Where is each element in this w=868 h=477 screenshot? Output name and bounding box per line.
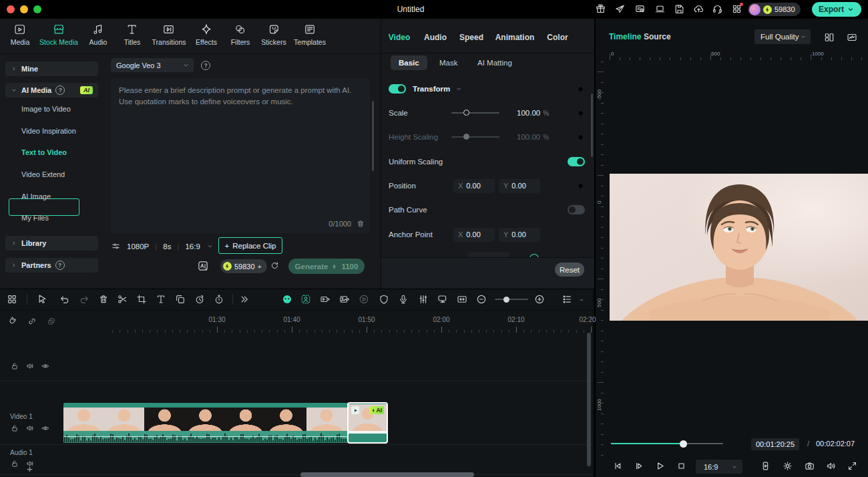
- uniform-scaling-toggle[interactable]: [568, 157, 585, 166]
- aspect-ratio-select[interactable]: 16:9: [696, 460, 742, 474]
- play-segment-icon[interactable]: [359, 294, 370, 305]
- scale-value[interactable]: 100.00: [517, 109, 540, 117]
- replace-clip-button[interactable]: +Replace Clip: [218, 237, 282, 254]
- subtab-ai-matting[interactable]: AI Matting: [477, 59, 512, 67]
- audio-mixer-icon[interactable]: [418, 294, 429, 305]
- lock-icon[interactable]: [10, 459, 19, 468]
- export-clip-icon[interactable]: [320, 294, 331, 305]
- video-clip[interactable]: [63, 403, 387, 443]
- mute-icon[interactable]: [25, 424, 35, 433]
- sidebar-item-video-inspiration[interactable]: Video Inspiration: [21, 127, 76, 135]
- sidebar-group-ai-media[interactable]: AI Media?AI: [5, 83, 98, 98]
- speed-icon[interactable]: [194, 294, 206, 305]
- hide-icon[interactable]: [41, 424, 50, 433]
- sidebar-group-mine[interactable]: Mine: [5, 61, 98, 76]
- timeline-v-scrollbar[interactable]: [587, 333, 591, 466]
- headset-icon[interactable]: [712, 3, 723, 15]
- stop-icon[interactable]: [676, 460, 687, 472]
- avatar[interactable]: [749, 4, 761, 15]
- render-preview-icon[interactable]: [760, 460, 771, 472]
- tab-video[interactable]: Video: [389, 33, 410, 42]
- selected-ai-clip[interactable]: AI: [347, 402, 388, 444]
- sidebar-item-image-to-video[interactable]: Image to Video: [21, 105, 71, 113]
- lock-icon[interactable]: [10, 361, 19, 371]
- model-select[interactable]: Google Veo 3: [111, 58, 194, 72]
- help-icon[interactable]: ?: [201, 61, 210, 70]
- sidebar-item-my-files[interactable]: My Files: [21, 214, 49, 222]
- export-frame-icon[interactable]: [339, 294, 351, 305]
- display-icon[interactable]: [654, 3, 666, 15]
- timeline-ruler[interactable]: 01:30 01:40 01:50 02:00 02:10 02:20: [0, 310, 593, 335]
- sidebar-group-partners[interactable]: Partners?: [5, 258, 98, 273]
- help-icon[interactable]: ?: [55, 86, 65, 95]
- ripple-icon[interactable]: [457, 294, 468, 305]
- generation-settings[interactable]: 1080P| 8s| 16:9: [111, 238, 214, 255]
- sidebar-group-library[interactable]: Library: [5, 236, 98, 251]
- settings-gear-icon[interactable]: [782, 460, 793, 472]
- chevron-down-icon[interactable]: [455, 86, 462, 92]
- duplicate-icon[interactable]: [175, 294, 186, 305]
- toolbox-icon[interactable]: [7, 294, 18, 305]
- zoom-icon[interactable]: [33, 5, 41, 13]
- tab-timeline-preview[interactable]: Timeline: [609, 32, 641, 41]
- tab-effects[interactable]: Effects: [196, 23, 217, 46]
- tab-source-preview[interactable]: Source: [644, 32, 671, 41]
- track-height-icon[interactable]: [562, 294, 573, 305]
- scope-icon[interactable]: [846, 31, 858, 43]
- voiceover-icon[interactable]: [398, 294, 409, 305]
- anchor-y-input[interactable]: Y0.00: [499, 228, 540, 242]
- tab-media[interactable]: Media: [11, 23, 30, 46]
- split-icon[interactable]: [117, 294, 128, 305]
- link-icon[interactable]: [27, 317, 37, 327]
- timecode-current-box[interactable]: 00:01:20:25: [751, 438, 799, 451]
- position-y-input[interactable]: Y0.00: [499, 179, 540, 193]
- redo-icon[interactable]: [79, 294, 90, 305]
- path-curve-toggle[interactable]: [568, 205, 585, 214]
- quality-select[interactable]: Full Quality: [754, 29, 811, 44]
- export-button[interactable]: Export: [812, 2, 861, 17]
- tab-audio[interactable]: Audio: [89, 23, 107, 46]
- anchor-x-input[interactable]: X0.00: [453, 228, 495, 242]
- delete-icon[interactable]: [98, 294, 110, 305]
- fullscreen-icon[interactable]: [847, 460, 858, 472]
- apps-grid-icon[interactable]: [731, 3, 742, 15]
- tab-audio[interactable]: Audio: [424, 33, 447, 42]
- select-tool-icon[interactable]: [37, 294, 48, 305]
- hide-icon[interactable]: [41, 361, 50, 371]
- close-icon[interactable]: [7, 5, 15, 13]
- subtab-mask[interactable]: Mask: [439, 59, 457, 67]
- more-tools-icon[interactable]: [239, 294, 250, 305]
- tab-titles[interactable]: Titles: [124, 23, 141, 46]
- tab-stock-media[interactable]: Stock Media: [39, 23, 78, 46]
- snap-icon[interactable]: [7, 317, 17, 327]
- progress-handle[interactable]: [680, 440, 687, 448]
- prev-frame-icon[interactable]: [612, 460, 623, 472]
- render-queue-icon[interactable]: [634, 3, 646, 15]
- sidebar-item-ai-image[interactable]: AI Image: [21, 192, 51, 200]
- group-icon[interactable]: [47, 317, 57, 327]
- grid-view-icon[interactable]: [823, 31, 835, 43]
- prompt-textarea[interactable]: Please enter a brief description prompt …: [111, 78, 370, 233]
- next-frame-icon[interactable]: [633, 460, 644, 472]
- sidebar-item-text-to-video[interactable]: Text to Video: [21, 148, 67, 156]
- reset-button[interactable]: Reset: [555, 263, 584, 277]
- help-icon[interactable]: ?: [55, 261, 65, 270]
- tab-filters[interactable]: Filters: [231, 23, 250, 46]
- scale-slider[interactable]: [451, 112, 499, 114]
- ai-rewrite-icon[interactable]: [197, 260, 209, 272]
- tab-speed[interactable]: Speed: [459, 33, 483, 42]
- crop-icon[interactable]: [136, 294, 148, 305]
- tab-templates[interactable]: Templates: [294, 23, 326, 46]
- trash-icon[interactable]: [356, 219, 365, 228]
- timeline-h-scrollbar[interactable]: [300, 472, 474, 477]
- keyframe-diamond-icon[interactable]: [576, 182, 585, 190]
- tab-transitions[interactable]: Transitions: [152, 23, 186, 46]
- generate-button[interactable]: Generate 1100: [288, 259, 365, 274]
- keyframe-diamond-icon[interactable]: [576, 109, 585, 118]
- send-icon[interactable]: [614, 3, 626, 15]
- undo-icon[interactable]: [59, 294, 71, 305]
- ai-mask-icon[interactable]: [282, 294, 293, 305]
- refresh-icon[interactable]: [270, 261, 280, 271]
- timeline-zoom-slider[interactable]: [495, 299, 528, 300]
- snapshot-icon[interactable]: [804, 460, 815, 472]
